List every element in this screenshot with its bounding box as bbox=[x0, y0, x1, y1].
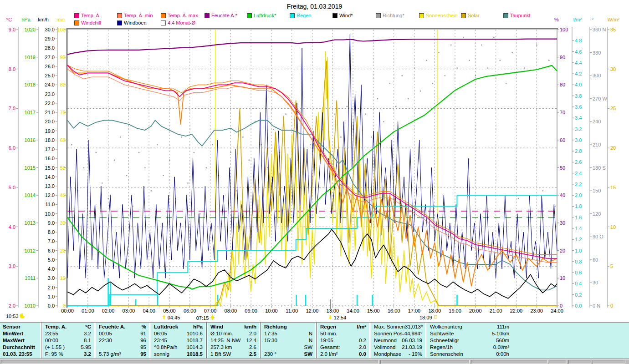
table-row: 95 bbox=[96, 344, 149, 351]
sunset-icon bbox=[433, 314, 438, 320]
tick-pct: 50 bbox=[560, 165, 565, 170]
tick-wm2: 35 bbox=[610, 27, 616, 32]
tick-wind: 6.0 bbox=[48, 248, 55, 253]
tick-min: 40 bbox=[60, 193, 66, 198]
table-column-astro: Max. Sonnen31,013°Sonnen Pos-44,984°Neum… bbox=[371, 323, 425, 358]
col-header: Sensor bbox=[3, 324, 20, 329]
tick-temp: 3.0 bbox=[9, 264, 15, 269]
tick-min: 50 bbox=[60, 165, 66, 170]
tick-pct: 30 bbox=[560, 220, 565, 225]
table-row: 06:051010.6 bbox=[151, 330, 205, 337]
tick-wind: 7.0 bbox=[48, 239, 55, 244]
status-panel bbox=[568, 360, 591, 364]
table-row: Vollmond21.03.19 bbox=[371, 344, 425, 351]
x-tick-label: 01:00 bbox=[82, 308, 94, 313]
col-unit: % bbox=[142, 324, 146, 329]
table-row: 19:050.2 bbox=[317, 337, 369, 344]
tick-hpa: 1014 bbox=[25, 193, 36, 198]
table-row: Sonnenschein0:00h bbox=[427, 351, 512, 358]
stats-table: SensorMinWertMaxWertDurchschnitt01.03. 2… bbox=[0, 322, 629, 359]
tick-wm2: 15 bbox=[610, 185, 616, 190]
dawn-marker: 04:45 bbox=[161, 314, 180, 321]
table-row: 01.03. 23:55 bbox=[0, 351, 40, 358]
x-tick-label: 23:00 bbox=[530, 308, 543, 313]
tick-wind: 26.0 bbox=[45, 64, 55, 69]
tick-rain: 0.0 bbox=[575, 303, 582, 308]
table-row: 00:0591 bbox=[96, 330, 149, 337]
tick-wind: 12.0 bbox=[45, 193, 55, 198]
tick-wind: 13.0 bbox=[45, 183, 55, 188]
table-row: MinWert bbox=[0, 330, 40, 337]
tick-min: 0 bbox=[63, 303, 66, 308]
table-row: 22:3096 bbox=[96, 337, 149, 344]
table-row: Sonnen Pos-44,984° bbox=[371, 330, 425, 337]
table-row: Wolkenunterg111m bbox=[427, 323, 512, 330]
col-header: Temp. A. bbox=[45, 324, 66, 329]
solar-noon-icon bbox=[327, 314, 333, 321]
status-bar bbox=[0, 359, 629, 364]
tick-rain: 3.2 bbox=[575, 126, 582, 131]
x-tick-label: 24:00 bbox=[551, 308, 563, 313]
tick-min: 90 bbox=[60, 55, 66, 60]
tick-hpa: 1013 bbox=[25, 220, 36, 225]
status-panel bbox=[549, 360, 567, 364]
tick-wind: 15.0 bbox=[45, 165, 55, 170]
col-header: Wind bbox=[210, 324, 223, 329]
col-header: Richtung bbox=[264, 324, 287, 329]
tick-dir: 0 N bbox=[593, 303, 600, 308]
tick-min: 70 bbox=[60, 110, 66, 115]
tick-rain: 0.6 bbox=[575, 270, 582, 275]
tick-pct: 100 bbox=[560, 27, 568, 32]
tick-hpa: 1019 bbox=[25, 55, 36, 60]
tick-rain: 2.6 bbox=[575, 160, 582, 165]
table-row: 14:25 N-NW12.4 bbox=[208, 337, 259, 344]
tick-wind: 24.0 bbox=[45, 82, 55, 87]
x-tick-label: 14:00 bbox=[347, 308, 359, 313]
col-unit: hPa bbox=[193, 324, 203, 329]
table-column-richtung: Richtung17:35N15:30NSW230 °SW bbox=[261, 323, 315, 358]
table-row: 17:35N bbox=[261, 330, 315, 337]
x-tick-label: 12:00 bbox=[306, 308, 319, 313]
table-row: sonnig1018.5 bbox=[151, 351, 205, 358]
tick-wind: 11.0 bbox=[45, 202, 55, 207]
dawn-icon bbox=[161, 314, 167, 321]
tick-temp: 6.0 bbox=[9, 146, 15, 151]
col-unit: km/h bbox=[244, 324, 256, 329]
tick-temp: 9.0 bbox=[9, 27, 15, 32]
x-tick-label: 06:00 bbox=[184, 308, 196, 313]
table-row: Schneefallgr560m bbox=[427, 337, 512, 344]
chart-plot[interactable] bbox=[0, 0, 629, 323]
status-panel bbox=[471, 360, 547, 364]
axis-unit-wind: km/h bbox=[38, 17, 49, 22]
x-tick-label: 13:00 bbox=[327, 308, 339, 313]
tick-rain: 2.0 bbox=[575, 193, 582, 198]
table-row: 15:30N bbox=[261, 337, 315, 344]
tick-wm2: 5 bbox=[610, 264, 613, 269]
wswin-weather-window: Freitag, 01.03.2019 Temp. A.Temp. A. min… bbox=[0, 0, 629, 364]
tick-wind: 25.0 bbox=[45, 73, 55, 78]
x-tick-label: 08:00 bbox=[225, 308, 237, 313]
col-header: Regen bbox=[320, 324, 336, 329]
x-tick-label: 03:00 bbox=[123, 308, 135, 313]
tick-min: 60 bbox=[60, 137, 66, 142]
x-tick-label: 18:00 bbox=[428, 308, 441, 313]
tick-dir: 300 bbox=[593, 73, 601, 78]
tick-hpa: 1010 bbox=[25, 303, 36, 308]
tick-rain: 3.8 bbox=[575, 93, 582, 98]
table-row: Mondphase- 19% bbox=[371, 351, 425, 358]
x-tick-label: 00:00 bbox=[61, 308, 74, 313]
tick-wind: 29.0 bbox=[45, 36, 55, 41]
tick-dir: 60 bbox=[593, 257, 598, 262]
tick-wm2: 30 bbox=[610, 66, 616, 71]
axis-unit-min: min bbox=[56, 17, 65, 22]
table-row: 257.3 km2.6 bbox=[208, 344, 259, 351]
tick-wind: 21.0 bbox=[45, 110, 55, 115]
tick-dir: 330 bbox=[593, 50, 601, 55]
table-row: 1 Bft SW2.5 bbox=[208, 351, 259, 358]
tick-rain: 1.8 bbox=[575, 204, 582, 209]
col-header: Feuchte A. bbox=[99, 324, 125, 329]
tick-wm2: 20 bbox=[610, 146, 616, 151]
table-column-temp: Temp. A.°C23:553.200:008.1(+ 1.55 )5.95F… bbox=[42, 323, 94, 358]
tick-hpa: 1015 bbox=[25, 165, 36, 170]
tick-rain: 0.4 bbox=[575, 281, 582, 286]
